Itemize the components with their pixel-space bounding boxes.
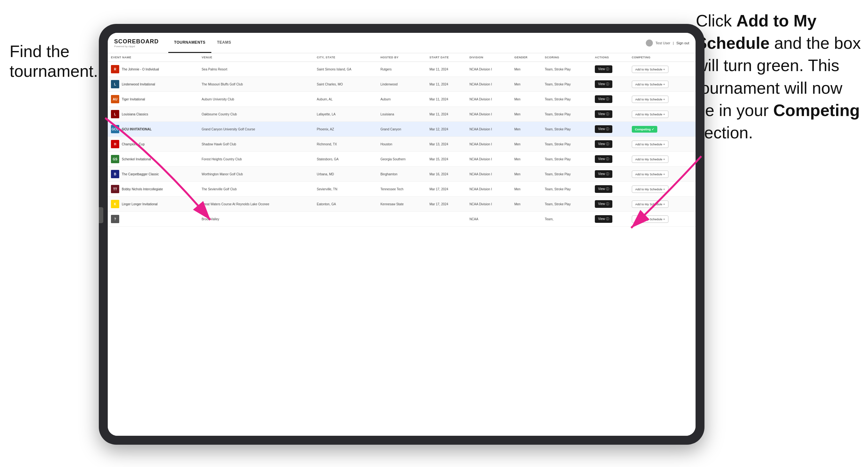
view-button[interactable]: View ⓘ [595, 125, 612, 133]
actions-cell: View ⓘ [592, 122, 628, 137]
view-button[interactable]: View ⓘ [595, 215, 612, 223]
event-name-cell: GCU GCU INVITATIONAL [108, 122, 198, 137]
add-to-schedule-button[interactable]: Add to My Schedule + [632, 96, 669, 103]
tab-teams[interactable]: TEAMS [211, 33, 237, 53]
event-name: GCU INVITATIONAL [122, 127, 152, 131]
event-name: Lindenwood Invitational [122, 83, 155, 86]
col-competing: COMPETING [629, 53, 695, 62]
view-button[interactable]: View ⓘ [595, 110, 612, 118]
event-name: The Johnnie - O Individual [122, 68, 159, 71]
city-state-cell [314, 212, 377, 227]
division-cell: NCAA Division I [466, 92, 511, 107]
add-to-schedule-button[interactable]: Add to My Schedule + [632, 66, 669, 73]
col-city-state: CITY, STATE [314, 53, 377, 62]
view-button[interactable]: View ⓘ [595, 65, 612, 73]
hosted-by-cell: Rutgers [377, 62, 426, 77]
col-gender: GENDER [511, 53, 541, 62]
nav-tabs: TOURNAMENTS TEAMS [168, 33, 237, 53]
sidebar-toggle[interactable] [99, 207, 103, 223]
competing-cell: Add to My Schedule + [629, 197, 695, 212]
gender-cell: Men [511, 167, 541, 182]
add-to-schedule-button[interactable]: Add to My Schedule + [632, 156, 669, 163]
scoring-cell: Team, Stroke Play [541, 197, 592, 212]
competing-button[interactable]: Competing ✓ [632, 126, 657, 133]
start-date-cell [426, 212, 466, 227]
city-state-cell: Saint Simons Island, GA [314, 62, 377, 77]
hosted-by-cell: Kennesaw State [377, 197, 426, 212]
view-button[interactable]: View ⓘ [595, 170, 612, 178]
start-date-cell: Mar 11, 2024 [426, 107, 466, 122]
table-row: ? Brook ValleyNCAATeam, View ⓘ Add to My… [108, 212, 695, 227]
actions-cell: View ⓘ [592, 107, 628, 122]
scoring-cell: Team, Stroke Play [541, 182, 592, 197]
view-button[interactable]: View ⓘ [595, 140, 612, 148]
competing-cell: Add to My Schedule + [629, 77, 695, 92]
view-button[interactable]: View ⓘ [595, 185, 612, 193]
actions-cell: View ⓘ [592, 167, 628, 182]
competing-cell: Add to My Schedule + [629, 212, 695, 227]
competing-cell: Add to My Schedule + [629, 182, 695, 197]
competing-cell: Add to My Schedule + [629, 107, 695, 122]
team-logo: ? [111, 215, 119, 223]
add-to-schedule-button[interactable]: Add to My Schedule + [632, 111, 669, 118]
user-name: Test User [655, 41, 670, 45]
venue-cell: Grand Canyon University Golf Course [198, 122, 313, 137]
division-cell: NCAA [466, 212, 511, 227]
logo-area: SCOREBOARD Powered by clippd [114, 38, 159, 48]
division-cell: NCAA Division I [466, 152, 511, 167]
team-logo: R [111, 65, 119, 73]
event-name-cell: K Linger Longer Invitational [108, 197, 198, 212]
event-name-cell: TT Bobby Nichols Intercollegiate [108, 182, 198, 197]
gender-cell: Men [511, 152, 541, 167]
hosted-by-cell: Grand Canyon [377, 122, 426, 137]
add-to-schedule-button[interactable]: Add to My Schedule + [632, 200, 669, 208]
sign-out-link[interactable]: Sign out [676, 41, 689, 45]
event-name-cell: R The Johnnie - O Individual [108, 62, 198, 77]
scoring-cell: Team, Stroke Play [541, 167, 592, 182]
add-to-schedule-button[interactable]: Add to My Schedule + [632, 186, 669, 193]
view-button[interactable]: View ⓘ [595, 155, 612, 163]
user-avatar [646, 39, 653, 46]
venue-cell: Auburn University Club [198, 92, 313, 107]
add-to-schedule-button[interactable]: Add to My Schedule + [632, 81, 669, 88]
start-date-cell: Mar 15, 2024 [426, 152, 466, 167]
nav-right: Test User | Sign out [646, 39, 689, 46]
gender-cell: Men [511, 107, 541, 122]
add-to-schedule-button[interactable]: Add to My Schedule + [632, 170, 669, 178]
gender-cell [511, 212, 541, 227]
view-button[interactable]: View ⓘ [595, 95, 612, 103]
team-logo: GCU [111, 125, 119, 133]
team-logo: GS [111, 155, 119, 163]
scoring-cell: Team, [541, 212, 592, 227]
col-hosted-by: HOSTED BY [377, 53, 426, 62]
logo-sub: Powered by clippd [114, 45, 135, 48]
add-to-schedule-button[interactable]: Add to My Schedule + [632, 141, 669, 148]
table-row: H Champions Cup Shadow Hawk Golf ClubRic… [108, 137, 695, 152]
col-event-name: EVENT NAME [108, 53, 198, 62]
competing-cell: Add to My Schedule + [629, 92, 695, 107]
team-logo: H [111, 140, 119, 148]
event-name: Louisiana Classics [122, 113, 148, 116]
competing-cell: Add to My Schedule + [629, 167, 695, 182]
competing-cell: Competing ✓ [629, 122, 695, 137]
table-row: AU Tiger Invitational Auburn University … [108, 92, 695, 107]
tab-tournaments[interactable]: TOURNAMENTS [168, 33, 211, 53]
gender-cell: Men [511, 197, 541, 212]
table-row: K Linger Longer Invitational Great Water… [108, 197, 695, 212]
division-cell: NCAA Division I [466, 122, 511, 137]
view-button[interactable]: View ⓘ [595, 80, 612, 88]
logo-text: SCOREBOARD [114, 38, 159, 45]
scoring-cell: Team, Stroke Play [541, 62, 592, 77]
view-button[interactable]: View ⓘ [595, 200, 612, 208]
division-cell: NCAA Division I [466, 62, 511, 77]
table-row: GCU GCU INVITATIONAL Grand Canyon Univer… [108, 122, 695, 137]
division-cell: NCAA Division I [466, 77, 511, 92]
table-row: L Louisiana Classics Oakbourne Country C… [108, 107, 695, 122]
event-name: The Carpetbagger Classic [122, 173, 159, 176]
add-to-schedule-button[interactable]: Add to My Schedule + [632, 216, 669, 223]
hosted-by-cell: Lindenwood [377, 77, 426, 92]
actions-cell: View ⓘ [592, 182, 628, 197]
competing-cell: Add to My Schedule + [629, 62, 695, 77]
city-state-cell: Eatonton, GA [314, 197, 377, 212]
venue-cell: The Missouri Bluffs Golf Club [198, 77, 313, 92]
